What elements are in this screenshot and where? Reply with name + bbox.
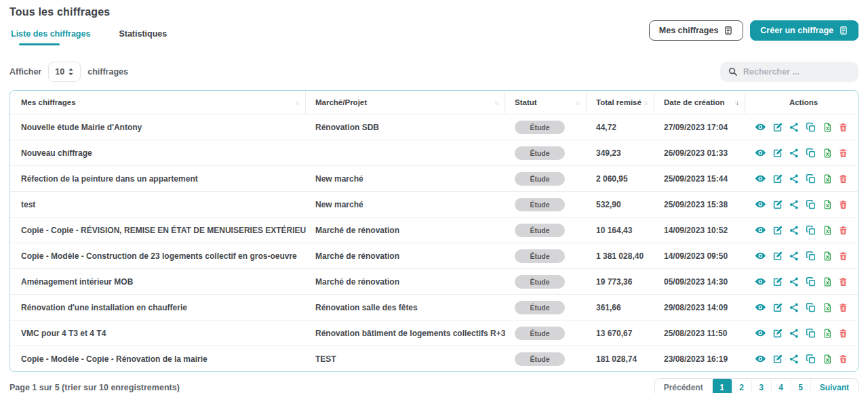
status-cell: Étude [505, 218, 587, 243]
delete-icon[interactable] [838, 302, 848, 313]
header-statut[interactable]: Statut ↑↓ [505, 91, 587, 114]
view-icon[interactable] [755, 302, 766, 313]
share-icon[interactable] [789, 199, 800, 210]
share-icon[interactable] [789, 251, 800, 262]
edit-icon[interactable] [772, 276, 783, 287]
view-icon[interactable] [755, 224, 766, 236]
export-excel-icon[interactable] [823, 302, 833, 313]
export-excel-icon[interactable] [823, 225, 833, 236]
actions-cell [745, 218, 858, 243]
share-icon[interactable] [789, 354, 800, 365]
duplicate-icon[interactable] [806, 251, 816, 262]
total-cell: 19 773,36 [587, 269, 654, 294]
edit-icon[interactable] [772, 225, 783, 236]
duplicate-icon[interactable] [806, 302, 816, 313]
delete-icon[interactable] [838, 328, 848, 339]
edit-icon[interactable] [772, 122, 783, 133]
page-button[interactable]: 4 [771, 379, 791, 393]
page-button[interactable]: 3 [751, 379, 771, 393]
edit-icon[interactable] [772, 173, 783, 184]
table-header: Mes chiffrages ↑↓ Marché/Projet ↑↓ Statu… [10, 91, 858, 114]
edit-icon[interactable] [772, 354, 783, 365]
view-icon[interactable] [755, 147, 766, 159]
export-excel-icon[interactable] [823, 148, 833, 159]
header-total-remise[interactable]: Total remisé ↑↓ [587, 91, 654, 114]
delete-icon[interactable] [838, 225, 848, 236]
delete-icon[interactable] [838, 173, 848, 184]
edit-icon[interactable] [772, 148, 783, 159]
actions-cell [745, 346, 858, 371]
delete-icon[interactable] [838, 148, 848, 159]
delete-icon[interactable] [838, 354, 848, 365]
delete-icon[interactable] [838, 276, 848, 287]
export-excel-icon[interactable] [823, 328, 833, 339]
delete-icon[interactable] [838, 199, 848, 210]
page-length-select[interactable]: 10 [48, 62, 81, 82]
export-excel-icon[interactable] [823, 354, 833, 365]
export-excel-icon[interactable] [823, 276, 833, 287]
duplicate-icon[interactable] [806, 225, 816, 236]
previous-page-button[interactable]: Précédent [655, 379, 712, 393]
tab-statistiques[interactable]: Statistiques [117, 28, 168, 45]
actions-cell [745, 243, 858, 268]
my-estimates-button[interactable]: Mes chiffrages [649, 20, 744, 41]
date-cell: 05/09/2023 14:30 [654, 269, 745, 294]
view-icon[interactable] [755, 173, 766, 184]
date-cell: 27/09/2023 17:04 [654, 115, 745, 140]
export-excel-icon[interactable] [823, 251, 833, 262]
duplicate-icon[interactable] [806, 276, 816, 287]
share-icon[interactable] [789, 148, 800, 159]
tab-label: Statistiques [119, 29, 167, 39]
actions-cell [745, 115, 858, 140]
estimate-name-cell: Copie - Modèle - Construction de 23 loge… [10, 243, 306, 268]
edit-icon[interactable] [772, 302, 783, 313]
share-icon[interactable] [789, 173, 800, 184]
share-icon[interactable] [789, 122, 800, 133]
status-badge: Étude [515, 275, 565, 289]
next-page-button[interactable]: Suivant [810, 379, 858, 393]
table-row: Copie - Modèle - Copie - Rénovation de l… [10, 346, 858, 371]
table-body: Nouvelle étude Mairie d'Antony Rénovatio… [10, 114, 858, 371]
export-excel-icon[interactable] [823, 122, 833, 133]
export-excel-icon[interactable] [823, 173, 833, 184]
view-icon[interactable] [755, 327, 766, 339]
page-button[interactable]: 1 [712, 379, 732, 393]
create-estimate-button[interactable]: Créer un chiffrage [750, 20, 859, 41]
view-icon[interactable] [755, 276, 766, 287]
duplicate-icon[interactable] [806, 354, 816, 365]
duplicate-icon[interactable] [806, 122, 816, 133]
total-cell: 10 164,43 [587, 218, 654, 243]
delete-icon[interactable] [838, 122, 848, 133]
duplicate-icon[interactable] [806, 148, 816, 159]
export-excel-icon[interactable] [823, 199, 833, 210]
header-date-creation[interactable]: Date de création ↑↓ [654, 91, 745, 114]
view-icon[interactable] [755, 250, 766, 262]
table-row: Réfection de la peinture dans un apparte… [10, 165, 858, 191]
header-mes-chiffrages[interactable]: Mes chiffrages ↑↓ [10, 91, 306, 114]
status-cell: Étude [505, 192, 587, 217]
share-icon[interactable] [789, 328, 800, 339]
duplicate-icon[interactable] [806, 328, 816, 339]
duplicate-icon[interactable] [806, 199, 816, 210]
page-button[interactable]: 5 [791, 379, 810, 393]
delete-icon[interactable] [838, 251, 848, 262]
share-icon[interactable] [789, 276, 800, 287]
view-icon[interactable] [755, 121, 766, 133]
table-row: test New marché Étude 532,90 25/09/2023 … [10, 191, 858, 217]
actions-cell [745, 295, 858, 320]
duplicate-icon[interactable] [806, 173, 816, 184]
view-icon[interactable] [755, 199, 766, 210]
project-cell: Rénovation SDB [306, 115, 505, 140]
status-badge: Étude [515, 121, 565, 134]
actions-cell [745, 140, 858, 165]
view-icon[interactable] [755, 353, 766, 365]
edit-icon[interactable] [772, 199, 783, 210]
header-marche-projet[interactable]: Marché/Projet ↑↓ [306, 91, 505, 114]
page-button[interactable]: 2 [732, 379, 751, 393]
edit-icon[interactable] [772, 251, 783, 262]
share-icon[interactable] [789, 225, 800, 236]
tab-liste-des-chiffrages[interactable]: Liste des chiffrages [9, 28, 92, 45]
edit-icon[interactable] [772, 328, 783, 339]
share-icon[interactable] [789, 302, 800, 313]
search-input[interactable] [720, 62, 859, 82]
